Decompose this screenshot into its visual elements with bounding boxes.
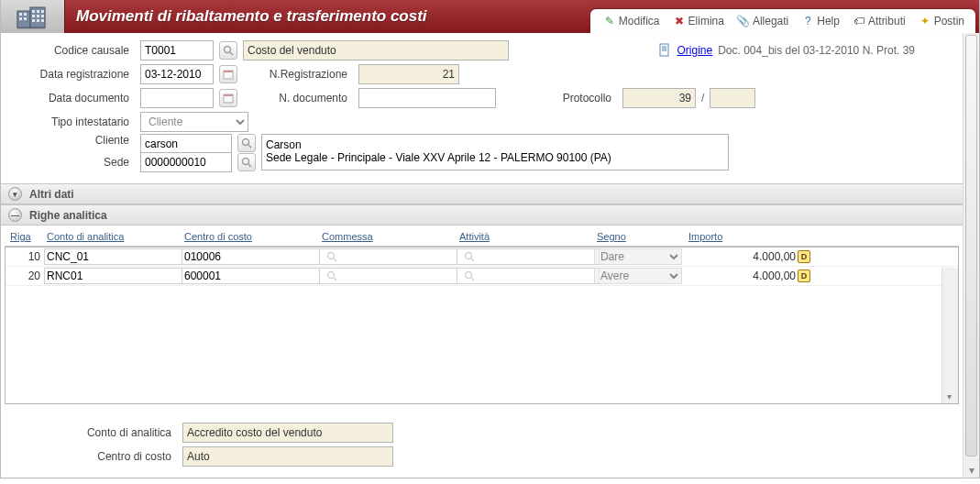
table-row[interactable]: 10Dare4.000,00 D [6, 248, 958, 267]
col-importo[interactable]: Importo [683, 227, 811, 246]
origine-link[interactable]: Origine [677, 44, 713, 57]
svg-point-33 [466, 253, 472, 259]
delete-icon: ✖ [673, 15, 686, 28]
allegati-button[interactable]: 📎 Allegati [732, 13, 794, 29]
header-toolbar: ✎ Modifica ✖ Elimina 📎 Allegati ? Help 🏷… [590, 9, 975, 33]
scroll-down-icon[interactable]: ▾ [963, 463, 979, 478]
document-icon[interactable] [657, 43, 672, 58]
svg-point-37 [191, 272, 197, 279]
footer-form: Conto di analitica Centro di costo [1, 408, 963, 478]
sede-lookup[interactable] [237, 153, 256, 171]
svg-point-39 [328, 272, 335, 279]
cell-importo: 4.000,00 D [684, 269, 812, 283]
svg-line-26 [248, 145, 251, 148]
svg-rect-9 [32, 15, 35, 17]
calendar-icon [223, 93, 234, 104]
cell-centro[interactable] [180, 267, 317, 285]
cell-segno[interactable]: Avere [592, 267, 684, 285]
col-attivita[interactable]: Attività [454, 227, 591, 246]
svg-rect-2 [19, 13, 22, 16]
table-row[interactable]: 20Avere4.000,00 D [6, 267, 958, 286]
tipo-intestatario-select[interactable]: Cliente [140, 112, 248, 132]
cell-attivita[interactable] [455, 248, 592, 266]
codice-causale-lookup[interactable] [219, 41, 237, 60]
col-riga[interactable]: Riga [5, 227, 41, 246]
sede-label: Sede [6, 156, 135, 169]
pencil-icon: ✎ [603, 15, 616, 28]
righe-analitica-label: Righe analitica [29, 209, 107, 222]
svg-line-42 [471, 278, 474, 280]
codice-causale-desc [243, 40, 509, 60]
righe-analitica-section[interactable]: — Righe analitica [1, 204, 963, 226]
protocollo-input [622, 88, 696, 108]
data-registrazione-calendar[interactable] [219, 65, 237, 83]
col-conto-analitica[interactable]: Conto di analitica [41, 227, 179, 246]
svg-rect-12 [32, 19, 35, 22]
svg-rect-22 [224, 71, 233, 72]
modifica-button[interactable]: ✎ Modifica [598, 13, 666, 29]
cell-conto[interactable] [42, 267, 180, 285]
postin-button[interactable]: ✦ Postin [913, 13, 970, 29]
cell-spacer [812, 256, 831, 258]
help-button[interactable]: ? Help [796, 13, 845, 29]
search-icon[interactable] [326, 270, 337, 282]
scroll-down-icon[interactable]: ▾ [943, 390, 954, 402]
search-icon[interactable] [464, 270, 475, 282]
svg-rect-6 [32, 10, 35, 13]
data-documento-calendar[interactable] [219, 89, 237, 107]
col-commessa[interactable]: Commessa [316, 227, 454, 246]
cell-commessa[interactable] [317, 267, 455, 285]
cell-attivita[interactable] [455, 267, 592, 285]
footer-conto-label: Conto di analitica [67, 426, 177, 439]
d-badge[interactable]: D [798, 250, 810, 263]
main-scrollbar[interactable]: ▾ [963, 33, 979, 478]
attributi-button[interactable]: 🏷 Attributi [847, 13, 911, 29]
search-icon[interactable] [464, 250, 475, 263]
cliente-desc: Carson Sede Legale - Principale - Viale … [261, 134, 729, 170]
search-icon [223, 45, 234, 56]
data-documento-label: Data documento [6, 92, 135, 104]
protocollo-slash: / [701, 92, 704, 104]
codice-causale-input[interactable] [140, 40, 214, 60]
svg-rect-11 [41, 15, 44, 17]
elimina-button[interactable]: ✖ Elimina [667, 13, 730, 29]
cliente-input[interactable] [140, 134, 232, 154]
cell-conto[interactable] [42, 248, 180, 266]
cell-segno[interactable]: Dare [592, 248, 684, 266]
svg-rect-7 [37, 10, 39, 13]
svg-rect-8 [41, 10, 44, 13]
cell-centro[interactable] [180, 248, 317, 266]
allegati-label: Allegati [753, 15, 788, 28]
svg-rect-4 [19, 17, 22, 20]
svg-point-29 [191, 253, 197, 259]
col-segno[interactable]: Segno [591, 227, 683, 246]
search-icon [241, 138, 252, 148]
cell-importo: 4.000,00 D [684, 249, 812, 264]
search-icon[interactable] [326, 250, 337, 263]
cliente-lookup[interactable] [237, 134, 256, 152]
search-icon[interactable] [189, 270, 200, 282]
n-documento-input[interactable] [358, 88, 496, 108]
tipo-intestatario-label: Tipo intestatario [6, 116, 135, 128]
note-icon: ✦ [919, 15, 931, 28]
altri-dati-section[interactable]: ▾ Altri dati [1, 183, 963, 204]
collapse-icon: — [8, 208, 22, 222]
cell-commessa[interactable] [317, 248, 455, 266]
grid-header: Riga Conto di analitica Centro di costo … [5, 227, 959, 247]
svg-point-27 [243, 159, 249, 165]
cliente-label: Cliente [6, 134, 135, 147]
search-icon[interactable] [189, 250, 200, 263]
d-badge[interactable]: D [798, 270, 810, 282]
svg-point-25 [243, 139, 249, 146]
svg-rect-10 [37, 15, 39, 17]
data-documento-input[interactable] [140, 88, 214, 108]
attachment-icon: 📎 [737, 15, 750, 28]
svg-point-31 [328, 253, 335, 259]
grid-scrollbar[interactable]: ▾ [941, 268, 958, 403]
scroll-thumb[interactable] [965, 35, 977, 456]
data-registrazione-input[interactable] [140, 64, 214, 84]
svg-point-15 [225, 47, 231, 53]
sede-input[interactable] [140, 152, 232, 172]
search-icon [241, 157, 252, 168]
col-centro-costo[interactable]: Centro di costo [179, 227, 316, 246]
